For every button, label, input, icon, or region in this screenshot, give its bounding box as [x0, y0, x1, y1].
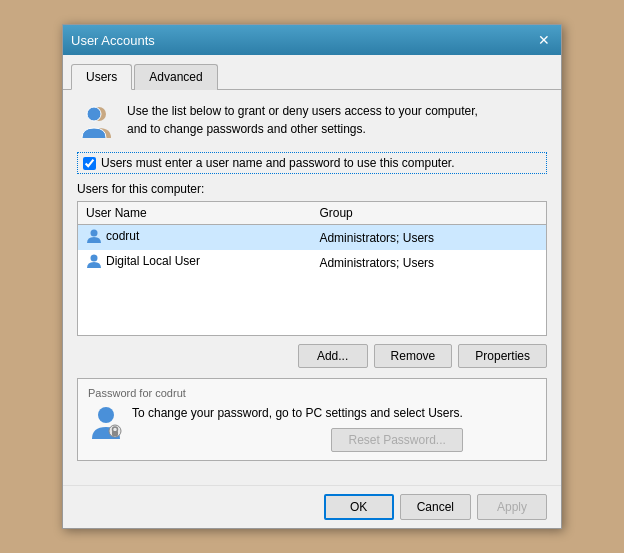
- title-bar: User Accounts ✕: [63, 25, 561, 55]
- user-group-cell: Administrators; Users: [311, 250, 546, 275]
- svg-point-3: [91, 255, 98, 262]
- info-row: Use the list below to grant or deny user…: [77, 102, 547, 142]
- password-description: To change your password, go to PC settin…: [132, 405, 463, 422]
- user-name-cell: codrut: [78, 225, 311, 251]
- user-icon: [86, 229, 102, 243]
- info-description: Use the list below to grant or deny user…: [127, 102, 478, 138]
- password-user-icon: [88, 405, 124, 441]
- must-login-checkbox-row[interactable]: Users must enter a user name and passwor…: [77, 152, 547, 174]
- svg-point-2: [91, 230, 98, 237]
- svg-point-4: [98, 407, 114, 423]
- empty-row: [78, 275, 546, 335]
- users-table: User Name Group: [78, 202, 546, 335]
- password-section: Password for codrut To change your passw…: [77, 378, 547, 461]
- col-group: Group: [311, 202, 546, 225]
- dialog-title: User Accounts: [71, 33, 155, 48]
- user-group-cell: Administrators; Users: [311, 225, 546, 251]
- tab-users[interactable]: Users: [71, 64, 132, 90]
- user-accounts-dialog: User Accounts ✕ Users Advanced: [62, 24, 562, 529]
- users-table-container: User Name Group: [77, 201, 547, 336]
- reset-password-button[interactable]: Reset Password...: [331, 428, 462, 452]
- apply-button[interactable]: Apply: [477, 494, 547, 520]
- password-content: To change your password, go to PC settin…: [88, 405, 536, 452]
- user-icon: [86, 254, 102, 268]
- password-section-title: Password for codrut: [88, 387, 536, 399]
- tab-content-users: Use the list below to grant or deny user…: [63, 90, 561, 485]
- dialog-footer: OK Cancel Apply: [63, 485, 561, 528]
- properties-button[interactable]: Properties: [458, 344, 547, 368]
- users-icon: [77, 102, 117, 142]
- reset-password-btn-row: Reset Password...: [132, 428, 463, 452]
- ok-button[interactable]: OK: [324, 494, 394, 520]
- add-button[interactable]: Add...: [298, 344, 368, 368]
- must-login-label: Users must enter a user name and passwor…: [101, 156, 455, 170]
- tab-advanced[interactable]: Advanced: [134, 64, 217, 90]
- dialog-content: Users Advanced Use the list below to g: [63, 55, 561, 485]
- table-header-row: User Name Group: [78, 202, 546, 225]
- table-row[interactable]: codrut Administrators; Users: [78, 225, 546, 251]
- svg-point-1: [87, 107, 101, 121]
- close-button[interactable]: ✕: [535, 31, 553, 49]
- user-name-cell: Digital Local User: [78, 250, 311, 275]
- remove-button[interactable]: Remove: [374, 344, 453, 368]
- user-action-buttons: Add... Remove Properties: [77, 344, 547, 368]
- table-row[interactable]: Digital Local User Administrators; Users: [78, 250, 546, 275]
- cancel-button[interactable]: Cancel: [400, 494, 471, 520]
- tabs-container: Users Advanced: [63, 63, 561, 90]
- users-section-label: Users for this computer:: [77, 182, 547, 196]
- must-login-checkbox[interactable]: [83, 157, 96, 170]
- col-username: User Name: [78, 202, 311, 225]
